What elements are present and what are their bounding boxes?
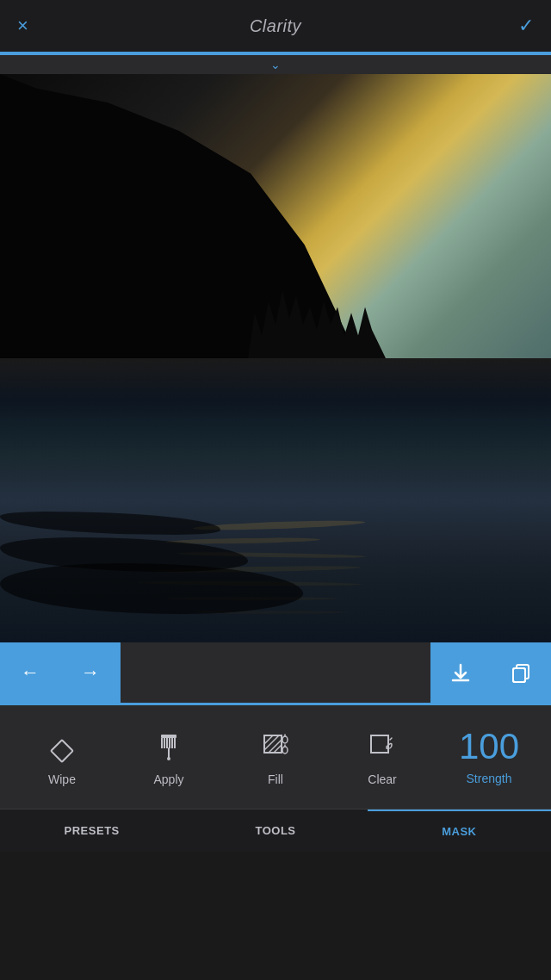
close-button[interactable]: × [17,16,28,35]
confirm-button[interactable]: ✓ [518,16,534,35]
download-button[interactable] [430,642,491,703]
clear-tool[interactable]: Clear [329,728,436,786]
tab-mask[interactable]: MASK [368,809,551,852]
dark-water-3 [0,512,220,534]
tools-row: Wipe Apply [0,705,551,809]
svg-point-19 [282,747,288,754]
nav-right-group [430,642,551,703]
forward-icon: → [81,661,100,684]
tab-mask-label: MASK [442,825,476,838]
tab-tools[interactable]: TOOLS [183,809,367,852]
nav-bar: ← → [0,642,551,703]
photo-background [0,74,551,642]
header: × Clarity ✓ [0,0,551,52]
fill-icon [257,728,294,766]
fill-tool[interactable]: Fill [222,728,329,786]
nav-spacer [121,642,430,703]
copy-icon [510,661,532,684]
apply-label: Apply [153,772,183,786]
wipe-tool[interactable]: Wipe [9,728,115,786]
page-title: Clarity [250,16,301,36]
tab-presets[interactable]: PRESETS [0,809,183,852]
tab-tools-label: TOOLS [255,824,295,837]
wipe-icon [43,728,81,766]
svg-rect-13 [264,735,282,753]
strength-label: Strength [467,772,512,785]
water-layer [0,358,551,642]
tab-presets-label: PRESETS [65,824,120,837]
forward-button[interactable]: → [60,642,121,703]
bottom-tabs: PRESETS TOOLS MASK [0,809,551,852]
clear-label: Clear [368,772,396,786]
svg-rect-4 [161,735,176,738]
copy-button[interactable] [491,642,551,703]
apply-tool[interactable]: Apply [115,728,222,786]
chevron-row: ⌄ [0,55,551,74]
svg-rect-20 [371,735,388,753]
wipe-label: Wipe [48,772,76,786]
back-icon: ← [21,661,40,684]
svg-rect-1 [513,668,525,682]
download-icon [449,661,472,684]
clear-icon [363,728,401,766]
svg-point-12 [167,757,170,760]
fill-label: Fill [268,772,283,786]
strength-value: 100 [459,729,519,765]
svg-rect-3 [51,740,72,761]
photo-canvas[interactable] [0,74,551,642]
back-button[interactable]: ← [0,642,60,703]
chevron-down-icon: ⌄ [270,58,281,71]
apply-icon [150,728,188,766]
svg-point-18 [282,736,288,743]
strength-control[interactable]: 100 Strength [436,729,542,785]
